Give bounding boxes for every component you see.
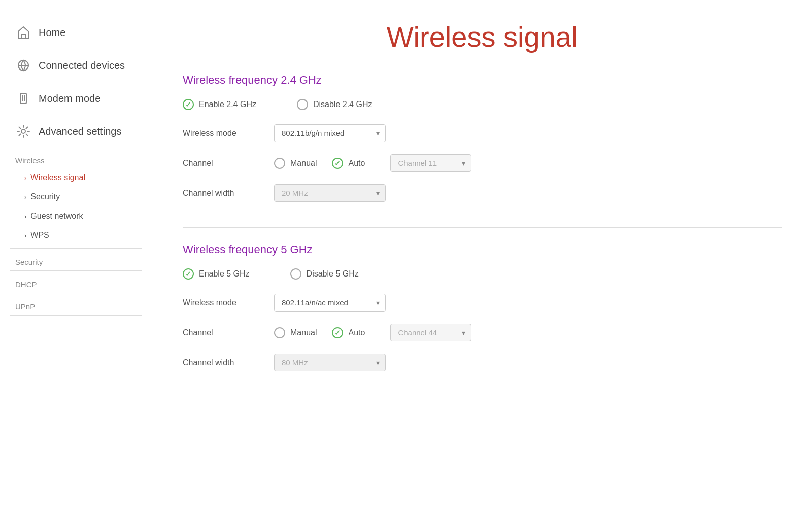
home-icon — [15, 24, 31, 41]
enable-24-label: Enable 2.4 GHz — [199, 100, 256, 109]
sidebar: Home Connected devices Modem mode — [0, 0, 152, 517]
channel-24-options: Manual Auto Channel 11 Channel 1 Channel… — [274, 154, 471, 172]
devices-icon — [15, 57, 31, 74]
disable-24-option[interactable]: Disable 2.4 GHz — [297, 99, 373, 110]
chevron-right-icon: › — [24, 193, 26, 201]
svg-rect-3 — [20, 93, 26, 104]
chevron-right-icon: › — [24, 174, 26, 182]
enable-24-option[interactable]: Enable 2.4 GHz — [183, 99, 256, 110]
guest-network-label: Guest network — [30, 212, 83, 221]
auto-24-label: Auto — [348, 159, 365, 168]
section-divider — [183, 227, 782, 228]
channel-width-24-wrapper: 20 MHz 40 MHz — [274, 184, 386, 202]
wireless-mode-24-row: Wireless mode 802.11b/g/n mixed 802.11b/… — [183, 124, 782, 142]
enable-5-option[interactable]: Enable 5 GHz — [183, 268, 250, 280]
wireless-mode-5-label: Wireless mode — [183, 298, 264, 307]
svg-rect-0 — [21, 35, 25, 38]
settings-icon — [15, 123, 31, 140]
sidebar-item-connected-devices-label: Connected devices — [39, 60, 125, 72]
disable-24-radio[interactable] — [297, 99, 308, 110]
wireless-signal-label: Wireless signal — [30, 173, 85, 182]
disable-24-label: Disable 2.4 GHz — [313, 100, 373, 109]
dhcp-section-header[interactable]: DHCP — [10, 271, 142, 293]
wireless-mode-24-wrapper: 802.11b/g/n mixed 802.11b/g mixed 802.11… — [274, 124, 386, 142]
channel-44-select[interactable]: Channel 44 Channel 36 Channel 48 — [390, 324, 471, 341]
section-5-title: Wireless frequency 5 GHz — [183, 243, 782, 256]
sidebar-sub-item-wps[interactable]: › WPS — [10, 226, 142, 245]
auto-5-label: Auto — [348, 328, 365, 337]
wireless-mode-5-wrapper: 802.11a/n/ac mixed 802.11a/n mixed 802.1… — [274, 294, 386, 312]
svg-point-6 — [21, 129, 25, 133]
manual-24-option[interactable]: Manual — [274, 158, 317, 169]
upnp-section-header[interactable]: UPnP — [10, 293, 142, 316]
wireless-mode-24-select[interactable]: 802.11b/g/n mixed 802.11b/g mixed 802.11… — [274, 124, 386, 142]
enable-5-label: Enable 5 GHz — [199, 269, 250, 279]
section-24-title: Wireless frequency 2.4 GHz — [183, 74, 782, 87]
channel-width-5-wrapper: 80 MHz 40 MHz 20 MHz — [274, 354, 386, 371]
channel-44-wrapper: Channel 44 Channel 36 Channel 48 — [390, 324, 471, 341]
channel-width-5-label: Channel width — [183, 358, 264, 367]
disable-5-option[interactable]: Disable 5 GHz — [290, 268, 359, 280]
auto-24-option[interactable]: Auto — [332, 158, 365, 169]
sidebar-item-advanced-settings-label: Advanced settings — [39, 126, 121, 137]
sidebar-item-home-label: Home — [39, 27, 65, 39]
channel-width-24-label: Channel width — [183, 189, 264, 198]
wps-label: WPS — [30, 231, 49, 240]
main-content: Wireless signal Wireless frequency 2.4 G… — [152, 0, 812, 517]
sidebar-item-advanced-settings[interactable]: Advanced settings — [10, 114, 142, 147]
channel-width-24-row: Channel width 20 MHz 40 MHz — [183, 184, 782, 202]
channel-11-wrapper: Channel 11 Channel 1 Channel 6 — [390, 154, 471, 172]
enable-disable-24-row: Enable 2.4 GHz Disable 2.4 GHz — [183, 99, 782, 110]
manual-24-radio[interactable] — [274, 158, 285, 169]
enable-24-radio[interactable] — [183, 99, 194, 110]
wireless-mode-5-select[interactable]: 802.11a/n/ac mixed 802.11a/n mixed 802.1… — [274, 294, 386, 312]
sidebar-item-modem-mode[interactable]: Modem mode — [10, 81, 142, 114]
chevron-right-icon: › — [24, 232, 26, 239]
channel-11-select[interactable]: Channel 11 Channel 1 Channel 6 — [390, 154, 471, 172]
disable-5-label: Disable 5 GHz — [307, 269, 359, 279]
wireless-section-header: Wireless — [10, 150, 142, 168]
sidebar-item-connected-devices[interactable]: Connected devices — [10, 48, 142, 81]
channel-24-row: Channel Manual Auto Channel 11 Channel 1… — [183, 154, 782, 172]
security-label: Security — [30, 192, 60, 201]
channel-24-label: Channel — [183, 159, 264, 168]
manual-5-option[interactable]: Manual — [274, 327, 317, 338]
sidebar-sub-item-security[interactable]: › Security — [10, 187, 142, 206]
channel-5-label: Channel — [183, 328, 264, 337]
channel-5-options: Manual Auto Channel 44 Channel 36 Channe… — [274, 324, 471, 341]
channel-width-5-select[interactable]: 80 MHz 40 MHz 20 MHz — [274, 354, 386, 371]
manual-24-label: Manual — [290, 159, 317, 168]
enable-disable-5-row: Enable 5 GHz Disable 5 GHz — [183, 268, 782, 280]
chevron-right-icon: › — [24, 213, 26, 220]
channel-width-5-row: Channel width 80 MHz 40 MHz 20 MHz — [183, 354, 782, 371]
wireless-group: Wireless › Wireless signal › Security › … — [10, 147, 142, 249]
channel-5-row: Channel Manual Auto Channel 44 Channel 3… — [183, 324, 782, 341]
manual-5-radio[interactable] — [274, 327, 285, 338]
sidebar-sub-item-guest-network[interactable]: › Guest network — [10, 206, 142, 226]
section-5ghz: Wireless frequency 5 GHz Enable 5 GHz Di… — [183, 243, 782, 371]
sidebar-item-modem-mode-label: Modem mode — [39, 93, 100, 105]
sidebar-sub-item-wireless-signal[interactable]: › Wireless signal — [10, 168, 142, 187]
auto-24-radio[interactable] — [332, 158, 343, 169]
manual-5-label: Manual — [290, 328, 317, 337]
enable-5-radio[interactable] — [183, 268, 194, 280]
sidebar-item-home[interactable]: Home — [10, 15, 142, 48]
auto-5-radio[interactable] — [332, 327, 343, 338]
section-2.4ghz: Wireless frequency 2.4 GHz Enable 2.4 GH… — [183, 74, 782, 202]
security-section-header[interactable]: Security — [10, 249, 142, 271]
auto-5-option[interactable]: Auto — [332, 327, 365, 338]
wireless-mode-24-label: Wireless mode — [183, 129, 264, 138]
wireless-mode-5-row: Wireless mode 802.11a/n/ac mixed 802.11a… — [183, 294, 782, 312]
channel-width-24-select[interactable]: 20 MHz 40 MHz — [274, 184, 386, 202]
modem-icon — [15, 90, 31, 107]
page-title: Wireless signal — [183, 20, 782, 53]
disable-5-radio[interactable] — [290, 268, 301, 280]
